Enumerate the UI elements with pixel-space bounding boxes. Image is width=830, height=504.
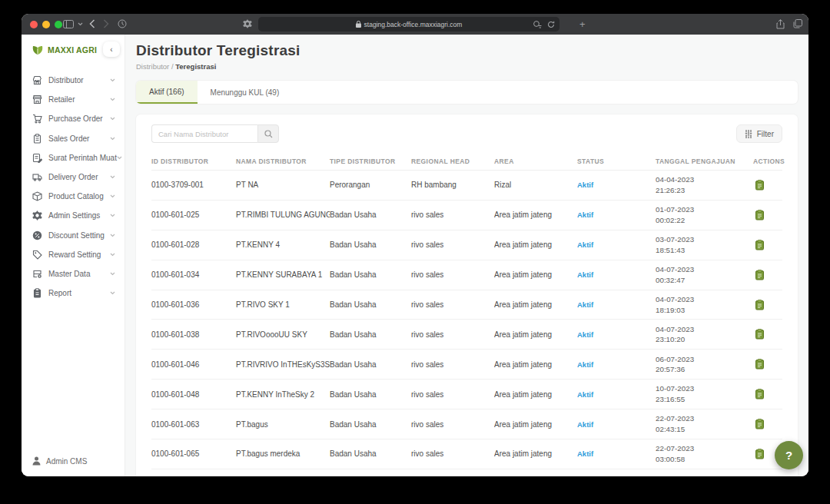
breadcrumb-parent[interactable]: Distributor (136, 62, 169, 71)
cell-regional-head: rivo sales (411, 300, 494, 309)
sidebar-item-report[interactable]: Report (22, 284, 124, 303)
report-icon (32, 288, 42, 298)
cell-tanggal-pengajuan: 22-07-202302:43:15 (656, 413, 753, 434)
view-detail-button[interactable] (753, 269, 765, 281)
history-clock-icon[interactable] (118, 18, 127, 30)
table-row: 0100-601-063 PT.bagus Badan Usaha rivo s… (151, 410, 782, 439)
reload-icon[interactable] (547, 21, 555, 28)
cell-nama-distributor: PT.KENNY InTheSky 2 (236, 390, 330, 399)
percent-icon (32, 230, 42, 240)
breadcrumb: Distributor / Teregistrasi (136, 62, 798, 71)
database-gear-icon (32, 269, 42, 279)
address-bar[interactable]: staging.back-office.maxxiagri.com (258, 17, 559, 32)
view-detail-button[interactable] (753, 239, 765, 251)
cell-nama-distributor: PT.KENNY 4 (236, 240, 330, 249)
sidebar-item-discount-setting[interactable]: Discount Setting (22, 226, 124, 245)
cell-tipe-distributor: Badan Usaha (330, 420, 411, 429)
chevron-down-icon (110, 214, 115, 217)
close-window-button[interactable] (30, 21, 38, 28)
back-icon[interactable] (89, 18, 95, 30)
clipboard-icon (32, 134, 42, 144)
cell-id-distributor: 0100-601-048 (151, 390, 236, 399)
table-card: Filter ID DISTRIBUTOR NAMA DISTRIBUTOR T… (136, 114, 798, 476)
cell-regional-head: rivo sales (411, 420, 494, 429)
cell-area: Area jatim jateng (494, 360, 577, 369)
sidebar-item-distributor[interactable]: Distributor (22, 71, 124, 90)
cell-nama-distributor: PT.RIVO SKY 1 (236, 300, 330, 309)
cell-id-distributor: 0100-601-046 (151, 360, 236, 369)
status-badge: Aktif (577, 360, 656, 369)
search-button[interactable] (257, 124, 279, 143)
sidebar-toggle-icon[interactable] (63, 18, 74, 30)
sidebar-item-master-data[interactable]: Master Data (22, 264, 124, 284)
sidebar-item-delivery-order[interactable]: Delivery Order (22, 167, 124, 187)
cell-nama-distributor: PT NA (236, 181, 330, 189)
search-input[interactable] (151, 124, 257, 143)
table-row: 0100-601-034 PT.KENNY SURABAYA 1 Badan U… (151, 260, 782, 290)
view-detail-button[interactable] (753, 209, 765, 221)
filter-button[interactable]: Filter (736, 124, 782, 143)
tab-aktif[interactable]: Aktif (166) (136, 81, 198, 104)
filter-sliders-icon (745, 130, 752, 138)
sidebar-menu: Distributor Retailer Purchase Order (22, 71, 124, 303)
clipboard-detail-icon (755, 180, 765, 191)
view-detail-button[interactable] (753, 388, 765, 400)
cell-regional-head: rivo sales (411, 240, 494, 249)
clipboard-detail-icon (755, 300, 765, 310)
view-detail-button[interactable] (753, 358, 765, 370)
sidebar-item-sales-order[interactable]: Sales Order (22, 129, 124, 148)
view-detail-button[interactable] (753, 418, 765, 430)
tag-icon (32, 250, 42, 260)
cell-id-distributor: 0100-601-036 (151, 300, 236, 309)
sidebar-item-surat-perintah-muat[interactable]: Surat Perintah Muat (22, 148, 124, 167)
sidebar-item-admin-settings[interactable]: Admin Settings (22, 206, 124, 225)
col-status: STATUS (577, 158, 656, 165)
sidebar: MAXXI AGRI ‹ Distributor Retailer (22, 35, 125, 476)
sidebar-item-retailer[interactable]: Retailer (22, 90, 124, 109)
chevron-down-icon[interactable] (78, 18, 83, 30)
help-fab-button[interactable]: ? (775, 441, 803, 469)
admin-account-label: Admin CMS (46, 457, 87, 466)
translate-icon[interactable] (533, 21, 542, 28)
col-nama-distributor: NAMA DISTRIBUTOR (236, 158, 330, 165)
sidebar-collapse-button[interactable]: ‹ (103, 41, 120, 57)
tab-menunggu-kul[interactable]: Menunggu KUL (49) (198, 81, 293, 104)
chevron-down-icon (110, 291, 115, 295)
clipboard-detail-icon (755, 210, 765, 220)
new-tab-plus-icon[interactable]: + (579, 18, 586, 30)
status-badge: Aktif (577, 240, 656, 249)
cell-tipe-distributor: Badan Usaha (330, 360, 411, 369)
cell-tipe-distributor: Perorangan (330, 181, 411, 189)
zoom-window-button[interactable] (55, 21, 62, 28)
forward-icon[interactable] (103, 18, 109, 30)
sidebar-item-reward-setting[interactable]: Reward Setting (22, 245, 124, 264)
status-badge: Aktif (577, 330, 656, 339)
cell-regional-head: rivo sales (411, 211, 494, 219)
cell-tipe-distributor: Badan Usaha (330, 270, 411, 279)
table-row: 0100-3709-001 PT NA Perorangan RH bamban… (151, 171, 782, 201)
cell-nama-distributor: PT.KENNY SURABAYA 1 (236, 270, 330, 279)
cell-nama-distributor: PT.RIMBI TULUNG AGUNG 555 (236, 211, 330, 219)
view-detail-button[interactable] (753, 448, 765, 460)
sidebar-item-purchase-order[interactable]: Purchase Order (22, 109, 124, 128)
sidebar-item-product-catalog[interactable]: Product Catalog (22, 187, 124, 206)
status-badge: Aktif (577, 211, 656, 219)
tab-overview-icon[interactable] (793, 18, 802, 30)
extension-gear-icon[interactable] (243, 18, 252, 30)
share-icon[interactable] (776, 18, 785, 30)
status-badge: Aktif (577, 390, 656, 399)
view-detail-button[interactable] (753, 299, 765, 311)
cell-area: Area jatim jateng (494, 420, 577, 429)
view-detail-button[interactable] (753, 328, 765, 340)
cell-tipe-distributor: Badan Usaha (330, 300, 411, 309)
admin-account[interactable]: Admin CMS (32, 456, 87, 466)
cell-tipe-distributor: Badan Usaha (330, 240, 411, 249)
cell-id-distributor: 0100-3709-001 (151, 181, 236, 189)
cell-tipe-distributor: Badan Usaha (330, 330, 411, 339)
view-detail-button[interactable] (753, 179, 765, 191)
status-badge: Aktif (577, 270, 656, 279)
minimize-window-button[interactable] (42, 21, 50, 28)
browser-titlebar: staging.back-office.maxxiagri.com + (22, 14, 808, 35)
cell-area: Area jatim jateng (494, 330, 577, 339)
table-row: 0100-601-048 PT.KENNY InTheSky 2 Badan U… (151, 380, 782, 410)
